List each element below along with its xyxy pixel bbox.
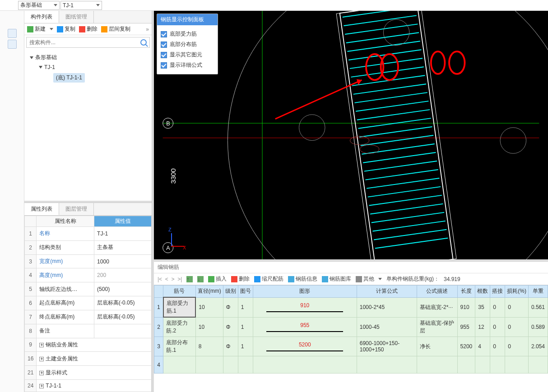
rebar-header[interactable]: 计算公式 xyxy=(357,286,417,298)
display-option[interactable]: 底部受力筋 xyxy=(161,29,214,39)
rebar-header[interactable]: 根数 xyxy=(475,286,490,298)
prop-row[interactable]: 16+土建业务属性 xyxy=(25,352,152,366)
prop-col-name: 属性名称 xyxy=(37,216,94,227)
prop-row[interactable]: 8备注 xyxy=(25,324,152,338)
rail-list-icon[interactable] xyxy=(8,29,17,38)
prop-row[interactable]: 2结构类别主条基 xyxy=(25,240,152,254)
svg-line-16 xyxy=(354,92,427,103)
arrow-up-icon[interactable]: ↑ xyxy=(186,276,193,282)
tab-drawing-manage[interactable]: 图纸管理 xyxy=(59,11,94,23)
expand-icon[interactable]: + xyxy=(39,343,44,347)
rebar-header[interactable]: 图形 xyxy=(253,286,357,298)
rebar-row[interactable]: 2底部受力筋.210Φ19551000-45基础底宽-保护层95512000.5… xyxy=(154,317,548,337)
checkbox-icon[interactable] xyxy=(161,62,167,69)
prop-row[interactable]: 9+钢筋业务属性 xyxy=(25,338,152,352)
svg-line-24 xyxy=(364,161,437,171)
search-icon[interactable] xyxy=(140,39,147,46)
rebar-header[interactable]: 长度 xyxy=(457,286,475,298)
prop-row[interactable]: 3宽度(mm)1000 xyxy=(25,254,152,268)
library-button[interactable]: 钢筋图库 xyxy=(322,275,351,283)
checkbox-icon[interactable] xyxy=(161,42,167,48)
rebar-row[interactable]: 1底部受力筋.110Φ19101000-2*45基础底宽-2*···910350… xyxy=(154,297,548,317)
tree-toggle-icon[interactable] xyxy=(39,66,42,69)
rebar-header[interactable]: 公式描述 xyxy=(417,286,457,298)
panel-title: 钢筋显示控制面板 xyxy=(157,14,218,25)
other-button[interactable]: 其他 xyxy=(356,275,382,283)
scale-button[interactable]: 缩尺配筋 xyxy=(254,275,283,283)
prop-row[interactable]: 21+显示样式 xyxy=(25,366,152,380)
prop-row[interactable]: 5轴线距左边线…(500) xyxy=(25,282,152,296)
svg-line-33 xyxy=(375,238,448,249)
svg-point-43 xyxy=(431,51,445,74)
rebar-header[interactable]: 级别 xyxy=(223,286,238,298)
svg-line-23 xyxy=(363,152,436,163)
checkbox-icon[interactable] xyxy=(161,31,167,37)
chevron-down-icon xyxy=(54,4,57,6)
rebar-header[interactable]: 单重 xyxy=(528,286,548,298)
svg-line-6 xyxy=(343,11,415,17)
prop-row[interactable]: 1名称TJ-1 xyxy=(25,227,152,241)
svg-line-21 xyxy=(361,135,433,146)
left-panel: 构件列表 图纸管理 新建 复制 删除 层间复制 » 条形基础 TJ-1 (底) … xyxy=(0,11,152,392)
delete-button[interactable]: 删除 xyxy=(79,25,98,33)
more-icon xyxy=(356,276,362,282)
tree-toggle-icon[interactable] xyxy=(30,56,33,59)
display-option[interactable]: 显示详细公式 xyxy=(161,60,214,70)
rebar-display-panel: 钢筋显示控制面板 底部受力筋底部分布筋显示其它图元显示详细公式 xyxy=(157,14,218,74)
tab-component-list[interactable]: 构件列表 xyxy=(24,11,59,23)
insert-button[interactable]: 插入 xyxy=(208,275,227,283)
rebar-header[interactable]: 直径(mm) xyxy=(195,286,223,298)
delete-row-button[interactable]: 删除 xyxy=(231,275,250,283)
rebar-row[interactable]: 3底部分布筋.18Φ152006900-1000+150-1000+150净长5… xyxy=(154,337,548,356)
svg-line-8 xyxy=(345,24,418,34)
more-icon[interactable]: » xyxy=(146,26,149,32)
tree-l2-selected[interactable]: (底) TJ-1-1 xyxy=(53,73,85,83)
left-tabs: 构件列表 图纸管理 xyxy=(24,11,152,23)
search-input[interactable] xyxy=(29,39,140,46)
prop-row[interactable]: 24+TJ-1-1 xyxy=(25,379,152,392)
rebar-header[interactable]: 图号 xyxy=(238,286,253,298)
floor-copy-icon xyxy=(101,26,107,32)
rebar-header[interactable]: 搭接 xyxy=(490,286,505,298)
chevron-down-icon xyxy=(96,4,100,6)
record-nav[interactable]: |< < > >| xyxy=(158,276,182,282)
floor-copy-button[interactable]: 层间复制 xyxy=(101,25,130,33)
category-dropdown-value: 条形基础 xyxy=(20,1,42,9)
svg-text:A: A xyxy=(166,245,170,251)
component-tree[interactable]: 条形基础 TJ-1 (底) TJ-1-1 xyxy=(24,50,152,201)
prop-row[interactable]: 4高度(mm)200 xyxy=(25,268,152,282)
instance-dropdown[interactable]: TJ-1 xyxy=(60,1,102,10)
expand-icon[interactable]: + xyxy=(39,357,44,361)
svg-line-7 xyxy=(344,15,416,26)
tree-l1[interactable]: TJ-1 xyxy=(44,64,55,70)
svg-line-12 xyxy=(350,58,423,69)
delete-icon xyxy=(231,276,237,282)
rebar-panel-title: 编辑钢筋 xyxy=(154,262,548,273)
svg-line-29 xyxy=(370,204,443,214)
rebar-grid[interactable]: 筋号直径(mm)级别图号图形计算公式公式描述长度根数搭接损耗(%)单重 1底部受… xyxy=(154,285,548,392)
tab-layer-manage[interactable]: 图层管理 xyxy=(59,203,94,215)
search-box[interactable] xyxy=(26,37,150,48)
info-button[interactable]: 钢筋信息 xyxy=(288,275,317,283)
expand-icon[interactable]: + xyxy=(39,384,44,388)
tree-root[interactable]: 条形基础 xyxy=(35,54,57,61)
category-dropdown[interactable]: 条形基础 xyxy=(18,1,60,10)
canvas-viewport[interactable]: 钢筋显示控制面板 底部受力筋底部分布筋显示其它图元显示详细公式 xyxy=(154,11,548,259)
display-option[interactable]: 底部分布筋 xyxy=(161,39,214,50)
svg-point-35 xyxy=(500,128,526,153)
rebar-header[interactable]: 损耗(%) xyxy=(505,286,529,298)
plus-icon xyxy=(208,276,214,282)
rail-grid-icon[interactable] xyxy=(8,40,17,49)
expand-icon[interactable]: + xyxy=(39,371,44,375)
new-button[interactable]: 新建 xyxy=(27,25,53,33)
copy-button[interactable]: 复制 xyxy=(57,25,75,33)
property-grid[interactable]: 属性名称 属性值 1名称TJ-12结构类别主条基3宽度(mm)10004高度(m… xyxy=(24,216,152,392)
prop-row[interactable]: 6起点底标高(m)层底标高(-0.05) xyxy=(25,296,152,310)
arrow-down-icon[interactable]: ↓ xyxy=(197,276,204,282)
rebar-header[interactable]: 筋号 xyxy=(163,286,196,298)
checkbox-icon[interactable] xyxy=(161,52,167,58)
tab-property-list[interactable]: 属性列表 xyxy=(24,203,59,215)
rebar-row[interactable]: 4 xyxy=(154,356,548,374)
display-option[interactable]: 显示其它图元 xyxy=(161,50,214,60)
prop-row[interactable]: 7终点底标高(m)层底标高(-0.05) xyxy=(25,310,152,324)
